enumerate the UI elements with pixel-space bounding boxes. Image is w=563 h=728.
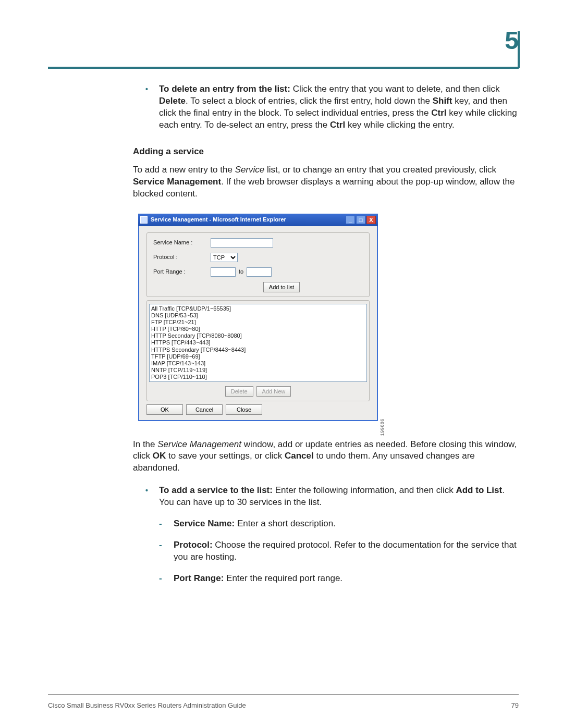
lead-bold: To delete an entry from the list: xyxy=(159,84,293,94)
list-item[interactable]: HTTP Secondary [TCP/8080~8080] xyxy=(151,332,365,339)
listbox-wrap: All Traffic [TCP&UDP/1~65535]DNS [UDP/53… xyxy=(149,304,367,382)
protocol-select[interactable]: TCP xyxy=(211,253,238,262)
section-heading-adding-service: Adding a service xyxy=(133,146,519,158)
port-range-to-input[interactable] xyxy=(247,267,272,277)
window-title: Service Management - Microsoft Internet … xyxy=(151,216,346,224)
window-titlebar: Service Management - Microsoft Internet … xyxy=(138,214,378,226)
to-label: to xyxy=(236,268,247,276)
protocol-row: Protocol : TCP xyxy=(153,253,363,262)
list-item[interactable]: All Traffic [TCP&UDP/1~65535] xyxy=(151,305,365,312)
add-to-list-button[interactable]: Add to list xyxy=(263,282,300,292)
service-name-label: Service Name : xyxy=(153,239,211,246)
cancel-button[interactable]: Cancel xyxy=(186,404,223,415)
txt: Click the entry that you want to delete,… xyxy=(293,84,500,94)
close-button[interactable]: X xyxy=(366,216,376,224)
txt: Enter a short description. xyxy=(237,519,336,528)
add-new-button[interactable]: Add New xyxy=(256,386,291,397)
dash-port-range: - Port Range: Enter the required port ra… xyxy=(133,573,519,585)
sm-italic: Service Management xyxy=(157,439,241,449)
service-name-row: Service Name : xyxy=(153,238,363,248)
list-item[interactable]: HTTPS Secondary [TCP/8443~8443] xyxy=(151,347,365,353)
page: 5 • To delete an entry from the list: Cl… xyxy=(0,0,563,728)
window-controls: _ □ X xyxy=(346,216,376,224)
list-item[interactable]: SNMP [UDP/161~161] xyxy=(151,381,365,382)
txt: To add a new entry to the xyxy=(133,165,235,175)
service-management-screenshot: Service Management - Microsoft Internet … xyxy=(138,214,378,421)
label-bold: Port Range: xyxy=(174,573,226,583)
bullet-marker: • xyxy=(133,83,159,131)
minimize-button[interactable]: _ xyxy=(346,216,355,224)
header-rule xyxy=(48,67,519,69)
header-side-rule xyxy=(518,31,520,68)
port-range-row: Port Range : to xyxy=(153,267,363,277)
port-range-from-input[interactable] xyxy=(211,267,236,277)
list-item[interactable]: FTP [TCP/21~21] xyxy=(151,319,365,326)
lead-bold: To add a service to the list: xyxy=(159,485,275,495)
list-buttons-row: Delete Add New xyxy=(149,386,367,397)
page-footer: Cisco Small Business RV0xx Series Router… xyxy=(48,701,519,709)
bullet-marker: • xyxy=(133,485,159,509)
close-dialog-button[interactable]: Close xyxy=(226,404,262,415)
label-bold: Protocol: xyxy=(174,540,215,550)
ok-bold: OK xyxy=(153,451,166,461)
footer-rule xyxy=(48,694,519,695)
dash-text: Service Name: Enter a short description. xyxy=(174,518,519,530)
service-italic: Service xyxy=(235,165,265,175)
bullet-text: To add a service to the list: Enter the … xyxy=(159,485,519,509)
label-bold: Service Name: xyxy=(174,519,237,528)
port-range-label: Port Range : xyxy=(153,268,211,276)
dash-marker: - xyxy=(133,539,174,563)
protocol-label: Protocol : xyxy=(153,253,211,261)
ok-button[interactable]: OK xyxy=(146,404,183,415)
footer-left: Cisco Small Business RV0xx Series Router… xyxy=(48,701,246,709)
service-name-input[interactable] xyxy=(211,238,273,248)
ie-icon xyxy=(140,216,148,224)
dash-marker: - xyxy=(133,573,174,585)
maximize-button[interactable]: □ xyxy=(356,216,365,224)
delete-button[interactable]: Delete xyxy=(225,386,253,397)
dash-service-name: - Service Name: Enter a short descriptio… xyxy=(133,518,519,530)
dialog-buttons-row: OK Cancel Close xyxy=(146,404,370,415)
list-item[interactable]: HTTPS [TCP/443~443] xyxy=(151,339,365,346)
list-item[interactable]: POP3 [TCP/110~110] xyxy=(151,374,365,380)
add-to-list-bold: Add to List xyxy=(456,485,502,495)
cancel-bold: Cancel xyxy=(285,451,314,461)
dash-protocol: - Protocol: Choose the required protocol… xyxy=(133,539,519,563)
txt: . To select a block of entries, click th… xyxy=(186,96,433,106)
dash-text: Protocol: Choose the required protocol. … xyxy=(174,539,519,563)
txt: to save your settings, or click xyxy=(166,451,285,461)
intro-paragraph: To add a new entry to the Service list, … xyxy=(133,164,519,200)
bullet-add-service: • To add a service to the list: Enter th… xyxy=(133,485,519,509)
list-item[interactable]: TFTP [UDP/69~69] xyxy=(151,353,365,360)
page-number: 79 xyxy=(511,701,519,709)
list-item[interactable]: IMAP [TCP/143~143] xyxy=(151,360,365,367)
after-screenshot-paragraph: In the Service Management window, add or… xyxy=(133,439,519,475)
list-item[interactable]: DNS [UDP/53~53] xyxy=(151,312,365,319)
dash-marker: - xyxy=(133,518,174,530)
list-item[interactable]: HTTP [TCP/80~80] xyxy=(151,326,365,332)
figure-id: 199686 xyxy=(379,419,385,436)
txt: list, or to change an entry that you cre… xyxy=(264,165,496,175)
txt: Enter the required port range. xyxy=(226,573,342,583)
list-item[interactable]: NNTP [TCP/119~119] xyxy=(151,367,365,374)
ctrl-bold: Ctrl xyxy=(431,108,446,118)
form-group: Service Name : Protocol : TCP Port Range… xyxy=(146,232,370,297)
chapter-number: 5 xyxy=(505,26,519,55)
txt: key while clicking the entry. xyxy=(345,120,454,130)
bullet-delete-entry: • To delete an entry from the list: Clic… xyxy=(133,83,519,131)
ctrl-bold-2: Ctrl xyxy=(330,120,345,130)
shift-bold: Shift xyxy=(433,96,452,106)
txt: In the xyxy=(133,439,157,449)
add-to-list-row: Add to list xyxy=(200,282,363,292)
content-area: • To delete an entry from the list: Clic… xyxy=(133,83,519,594)
service-management-bold: Service Management xyxy=(133,177,221,187)
dash-text: Port Range: Enter the required port rang… xyxy=(174,573,519,585)
bullet-text: To delete an entry from the list: Click … xyxy=(159,83,519,131)
service-listbox[interactable]: All Traffic [TCP&UDP/1~65535]DNS [UDP/53… xyxy=(149,304,367,382)
window-body: Service Name : Protocol : TCP Port Range… xyxy=(138,226,378,421)
txt: Choose the required protocol. Refer to t… xyxy=(174,540,517,562)
delete-bold: Delete xyxy=(159,96,186,106)
txt: Enter the following information, and the… xyxy=(275,485,456,495)
list-group: All Traffic [TCP&UDP/1~65535]DNS [UDP/53… xyxy=(146,300,370,401)
